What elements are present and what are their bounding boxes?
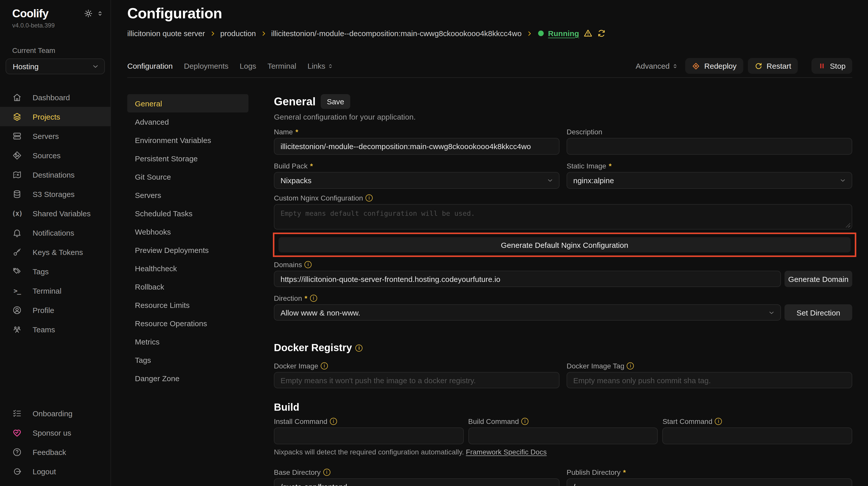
subnav-item-webhooks[interactable]: Webhooks xyxy=(127,222,248,241)
stop-button[interactable]: Stop xyxy=(811,58,852,74)
info-icon[interactable]: i xyxy=(310,295,317,302)
info-icon[interactable]: i xyxy=(522,418,529,425)
sidebar-item-destinations[interactable]: Destinations xyxy=(0,165,111,184)
subnav-item-git-source[interactable]: Git Source xyxy=(127,167,248,186)
set-direction-button[interactable]: Set Direction xyxy=(784,304,852,321)
refresh-icon[interactable] xyxy=(597,29,606,37)
tab-logs[interactable]: Logs xyxy=(240,62,256,70)
sidebar-item-logout[interactable]: Logout xyxy=(0,461,111,481)
sidebar-item-shared-variables[interactable]: (x) Shared Variables xyxy=(0,203,111,223)
direction-select[interactable]: Allow www & non-www. xyxy=(274,304,781,321)
sidebar-item-label: Servers xyxy=(33,132,59,140)
start-command-input[interactable] xyxy=(662,427,852,444)
sidebar-item-projects[interactable]: Projects xyxy=(0,107,111,126)
team-select[interactable]: Hosting xyxy=(6,59,105,74)
subnav-item-advanced[interactable]: Advanced xyxy=(127,112,248,131)
subnav-item-tags[interactable]: Tags xyxy=(127,351,248,369)
sidebar-item-label: Logout xyxy=(33,467,56,476)
tab-configuration[interactable]: Configuration xyxy=(127,62,173,70)
status-running-link[interactable]: Running xyxy=(548,29,579,37)
sidebar-item-tags[interactable]: Tags xyxy=(0,262,111,281)
sidebar-item-notifications[interactable]: Notifications xyxy=(0,223,111,242)
nginx-config-textarea[interactable] xyxy=(274,204,852,229)
subnav-item-healthcheck[interactable]: Healthcheck xyxy=(127,259,248,277)
sidebar-item-keys-tokens[interactable]: Keys & Tokens xyxy=(0,242,111,262)
subnav-item-resource-operations[interactable]: Resource Operations xyxy=(127,314,248,332)
info-icon[interactable]: i xyxy=(715,418,722,425)
subnav-item-scheduled-tasks[interactable]: Scheduled Tasks xyxy=(127,204,248,222)
tab-terminal[interactable]: Terminal xyxy=(268,62,296,70)
subnav-item-metrics[interactable]: Metrics xyxy=(127,332,248,351)
sidebar-item-s3-storages[interactable]: S3 Storages xyxy=(0,184,111,203)
breadcrumb-item-application[interactable]: illicitestonion/-module--decomposition:m… xyxy=(271,29,522,37)
info-icon[interactable]: i xyxy=(366,194,373,201)
build-pack-select[interactable]: Nixpacks xyxy=(274,172,559,189)
direction-label: Direction* i xyxy=(274,294,852,302)
subnav-item-servers[interactable]: Servers xyxy=(127,186,248,204)
framework-docs-link[interactable]: Framework Specific Docs xyxy=(466,448,547,456)
subnav-item-environment-variables[interactable]: Environment Variables xyxy=(127,131,248,149)
subnav-item-rollback[interactable]: Rollback xyxy=(127,277,248,296)
theme-toggle[interactable] xyxy=(84,9,103,18)
name-field[interactable] xyxy=(274,138,559,155)
sidebar-item-sources[interactable]: Sources xyxy=(0,145,111,165)
info-icon[interactable]: i xyxy=(305,261,312,268)
breadcrumb-item-project[interactable]: illicitonion quote server xyxy=(127,29,205,37)
base-directory-input[interactable] xyxy=(274,478,559,486)
save-button[interactable]: Save xyxy=(321,94,350,109)
docker-image-input[interactable] xyxy=(274,372,559,388)
sidebar-item-teams[interactable]: Teams xyxy=(0,320,111,339)
subnav-item-danger-zone[interactable]: Danger Zone xyxy=(127,369,248,387)
publish-directory-input[interactable] xyxy=(567,478,852,486)
domains-input[interactable] xyxy=(274,271,781,287)
chevron-right-icon xyxy=(210,30,216,36)
shared-variables-icon: (x) xyxy=(12,208,22,218)
tab-deployments[interactable]: Deployments xyxy=(184,62,228,70)
tab-links[interactable]: Links xyxy=(308,62,334,70)
sidebar-item-profile[interactable]: Profile xyxy=(0,300,111,320)
sidebar-item-terminal[interactable]: >_ Terminal xyxy=(0,281,111,300)
info-icon[interactable]: i xyxy=(321,362,328,369)
install-command-input[interactable] xyxy=(274,427,464,444)
main-content: Configuration illicitonion quote server … xyxy=(111,0,868,486)
subnav-item-resource-limits[interactable]: Resource Limits xyxy=(127,296,248,314)
info-icon[interactable]: i xyxy=(627,362,634,369)
subnav-item-persistent-storage[interactable]: Persistent Storage xyxy=(127,149,248,167)
subnav-item-preview-deployments[interactable]: Preview Deployments xyxy=(127,241,248,259)
docker-image-tag-input[interactable] xyxy=(567,372,852,388)
subnav-item-general[interactable]: General xyxy=(127,94,248,112)
restart-button[interactable]: Restart xyxy=(748,58,798,74)
sun-icon[interactable] xyxy=(84,9,93,18)
key-icon xyxy=(12,247,22,257)
redeploy-button[interactable]: Redeploy xyxy=(685,58,743,74)
stop-icon xyxy=(818,62,826,70)
heart-icon xyxy=(12,428,22,438)
toolbar-divider xyxy=(127,77,852,78)
generate-nginx-config-button[interactable]: Generate Default Nginx Configuration xyxy=(278,237,851,252)
map-icon xyxy=(12,170,22,180)
sidebar-item-onboarding[interactable]: Onboarding xyxy=(0,403,111,423)
chevrons-up-down-icon[interactable] xyxy=(97,10,103,17)
description-field[interactable] xyxy=(567,138,852,155)
warning-icon[interactable] xyxy=(584,29,593,38)
sidebar-item-label: Tags xyxy=(33,267,49,276)
git-source-icon xyxy=(12,150,22,160)
sidebar-item-label: Dashboard xyxy=(33,93,70,101)
user-icon xyxy=(12,305,22,315)
sidebar-item-sponsor-us[interactable]: Sponsor us xyxy=(0,423,111,442)
breadcrumb-item-environment[interactable]: production xyxy=(220,29,256,37)
generate-domain-button[interactable]: Generate Domain xyxy=(784,271,852,287)
sidebar-item-feedback[interactable]: Feedback xyxy=(0,442,111,461)
info-icon[interactable]: i xyxy=(323,469,331,476)
coolify-app: Coolify v4.0.0-beta.399 Current Team Hos… xyxy=(0,0,868,486)
sidebar-item-label: Projects xyxy=(33,112,60,121)
sidebar-item-servers[interactable]: Servers xyxy=(0,126,111,145)
info-icon[interactable]: i xyxy=(355,344,363,351)
chevrons-up-down-icon xyxy=(327,63,334,69)
info-icon[interactable]: i xyxy=(330,418,337,425)
build-command-input[interactable] xyxy=(468,427,658,444)
static-image-select[interactable]: nginx:alpine xyxy=(567,172,852,189)
status-dot xyxy=(538,30,544,36)
advanced-menu[interactable]: Advanced xyxy=(636,62,678,70)
sidebar-item-dashboard[interactable]: Dashboard xyxy=(0,88,111,107)
